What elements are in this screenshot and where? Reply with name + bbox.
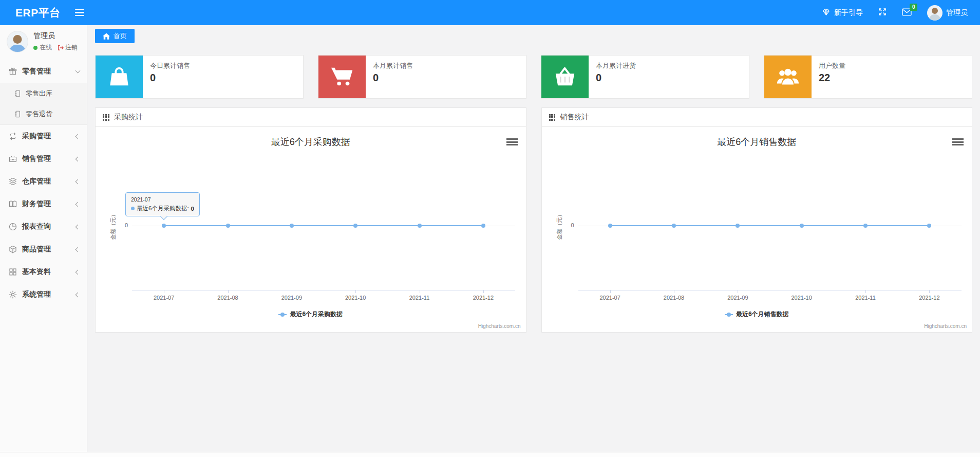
sidebar-username: 管理员 xyxy=(33,31,78,41)
briefcase-icon xyxy=(9,155,17,163)
home-icon xyxy=(103,33,110,40)
page-footer xyxy=(0,452,980,457)
stat-label: 本月累计进货 xyxy=(596,61,636,70)
retail-submenu: 零售出库 零售退货 xyxy=(0,83,87,125)
sidebar-item-retail-return[interactable]: 零售退货 xyxy=(0,104,87,124)
sidebar-item-finance[interactable]: 财务管理 xyxy=(0,193,87,215)
username-label: 管理员 xyxy=(946,8,968,17)
chevron-left-icon xyxy=(76,292,81,297)
th-grid-icon xyxy=(103,114,109,121)
shopping-bag-icon xyxy=(108,66,130,88)
breadcrumb-home-tab[interactable]: 首页 xyxy=(95,29,135,43)
stat-value: 0 xyxy=(596,72,636,84)
chevron-left-icon xyxy=(76,202,81,207)
guide-button[interactable]: 新手引导 xyxy=(822,8,863,18)
sidebar-toggle-icon[interactable] xyxy=(75,8,84,18)
avatar xyxy=(927,5,943,21)
chevron-left-icon xyxy=(76,134,81,139)
pie-chart-icon xyxy=(9,223,17,231)
gift-icon xyxy=(9,67,17,76)
sidebar-user-block: 管理员 在线 注销 xyxy=(0,25,87,57)
chevron-left-icon xyxy=(76,224,81,229)
chart-panels-row: 采购统计 最近6个月采购数据 金额（元） 2021-072021-082021-… xyxy=(95,107,972,333)
stat-card-today-sales: 今日累计销售 0 xyxy=(95,55,304,99)
plot-area: 2021-072021-082021-092021-102021-112021-… xyxy=(96,127,526,332)
expand-icon xyxy=(878,8,887,17)
logout-button[interactable]: 注销 xyxy=(58,43,78,52)
stat-cards-row: 今日累计销售 0 本月累计销售 0 xyxy=(95,55,972,99)
highcharts-credits[interactable]: Highcharts.com.cn xyxy=(924,323,967,329)
stat-label: 本月累计销售 xyxy=(373,61,413,70)
legend-line-marker-icon xyxy=(725,314,733,315)
sales-stats-panel: 销售统计 最近6个月销售数据 金额（元） 2021-072021-082021-… xyxy=(541,107,973,333)
sidebar: 管理员 在线 注销 零售管 xyxy=(0,25,87,452)
sidebar-item-reports[interactable]: 报表查询 xyxy=(0,215,87,238)
top-navbar: ERP平台 新手引导 0 xyxy=(0,0,980,25)
plot-area: 2021-072021-082021-092021-102021-112021-… xyxy=(542,127,972,332)
chevron-left-icon xyxy=(76,179,81,184)
stat-card-user-count: 用户数量 22 xyxy=(764,55,972,99)
guide-label: 新手引导 xyxy=(834,8,863,17)
sales-chart: 最近6个月销售数据 金额（元） 2021-072021-082021-09202… xyxy=(542,127,972,332)
stat-label: 用户数量 xyxy=(819,61,845,70)
sidebar-item-warehouse[interactable]: 仓库管理 xyxy=(0,170,87,193)
mail-count-badge: 0 xyxy=(910,4,917,11)
stat-value: 0 xyxy=(150,72,190,84)
avatar xyxy=(7,31,28,52)
chevron-left-icon xyxy=(76,247,81,252)
stat-value: 22 xyxy=(819,72,845,84)
highcharts-credits[interactable]: Highcharts.com.cn xyxy=(478,323,521,329)
app-brand: ERP平台 xyxy=(15,6,61,20)
online-dot-icon xyxy=(33,46,37,50)
main-content: 首页 今日累计销售 0 xyxy=(87,25,980,452)
gear-icon xyxy=(9,290,17,299)
breadcrumb-label: 首页 xyxy=(114,31,127,41)
sign-out-icon xyxy=(58,45,64,51)
grid-icon xyxy=(9,268,17,276)
users-icon xyxy=(776,67,800,87)
book-icon xyxy=(9,200,17,208)
stat-label: 今日累计销售 xyxy=(150,61,190,70)
layers-icon xyxy=(9,177,17,186)
sidebar-item-basic-data[interactable]: 基本资料 xyxy=(0,261,87,283)
diamond-icon xyxy=(822,8,831,18)
stat-value: 0 xyxy=(373,72,413,84)
messages-button[interactable]: 0 xyxy=(902,8,912,17)
sidebar-item-retail[interactable]: 零售管理 xyxy=(0,60,87,83)
panel-title: 销售统计 xyxy=(560,113,589,122)
sidebar-item-system[interactable]: 系统管理 xyxy=(0,283,87,306)
repeat-icon xyxy=(9,132,17,140)
th-grid-icon xyxy=(549,114,556,121)
sidebar-item-sales[interactable]: 销售管理 xyxy=(0,148,87,170)
legend-line-marker-icon xyxy=(278,314,287,315)
chevron-down-icon xyxy=(76,68,81,74)
legend-item[interactable]: 最近6个月销售数据 xyxy=(542,310,972,319)
basket-icon xyxy=(554,66,576,88)
chevron-left-icon xyxy=(76,156,81,161)
sidebar-menu: 零售管理 零售出库 零售退货 xyxy=(0,60,87,306)
chevron-left-icon xyxy=(76,269,81,275)
stat-card-month-sales: 本月累计销售 0 xyxy=(318,55,526,99)
file-icon xyxy=(14,90,21,97)
sidebar-item-purchase[interactable]: 采购管理 xyxy=(0,125,87,148)
chart-tooltip: 2021-07 最近6个月采购数据: 0 xyxy=(125,192,200,216)
file-icon xyxy=(14,111,21,118)
purchase-stats-panel: 采购统计 最近6个月采购数据 金额（元） 2021-072021-082021-… xyxy=(95,107,526,333)
sidebar-item-retail-outbound[interactable]: 零售出库 xyxy=(0,83,87,104)
purchase-chart: 最近6个月采购数据 金额（元） 2021-072021-082021-09202… xyxy=(96,127,526,332)
sidebar-item-goods[interactable]: 商品管理 xyxy=(0,238,87,261)
fullscreen-button[interactable] xyxy=(878,8,887,17)
online-status-label: 在线 xyxy=(40,43,52,52)
box-icon xyxy=(9,245,17,253)
stat-card-month-purchase: 本月累计进货 0 xyxy=(541,55,749,99)
series-dot-icon xyxy=(131,207,135,210)
legend-item[interactable]: 最近6个月采购数据 xyxy=(96,310,526,319)
shopping-cart-icon xyxy=(330,66,354,88)
user-menu[interactable]: 管理员 xyxy=(927,5,968,21)
panel-title: 采购统计 xyxy=(114,113,143,122)
